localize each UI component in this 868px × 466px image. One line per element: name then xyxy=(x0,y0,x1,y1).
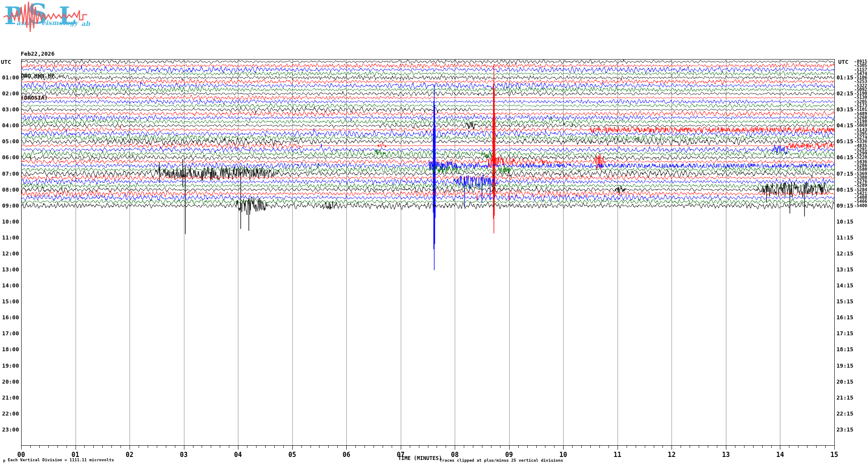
helicorder-screen: P S L atras eismology ab Feb22,2026 DRO … xyxy=(0,0,868,466)
right-time-label: 17:15 xyxy=(836,331,853,337)
minute-tick-label: 05 xyxy=(288,451,296,459)
trace-offset-value: -5101 xyxy=(848,107,867,111)
left-time-label: 02:00 xyxy=(0,91,19,97)
minute-tick-label: 11 xyxy=(614,451,621,459)
right-axis-title: UTC xyxy=(838,59,848,65)
left-time-label: 08:00 xyxy=(0,187,19,193)
header-location: (DROSIA) xyxy=(21,94,65,101)
logo-waveform-icon xyxy=(3,0,88,34)
corner-glyph: μ xyxy=(3,458,5,463)
right-time-label: 21:15 xyxy=(836,395,853,401)
left-time-label: 03:00 xyxy=(0,107,19,113)
trace-offset-value: -5253 xyxy=(848,79,867,83)
left-time-label: 12:00 xyxy=(0,251,19,257)
right-time-label: 11:15 xyxy=(836,235,853,241)
left-time-label: 15:00 xyxy=(0,299,19,305)
left-time-label: 20:00 xyxy=(0,379,19,385)
left-time-label: 05:00 xyxy=(0,139,19,145)
left-time-label: 19:00 xyxy=(0,363,19,369)
left-time-label: 23:00 xyxy=(0,427,19,433)
minute-tick-label: 02 xyxy=(126,451,133,459)
x-axis-label: TIME (MINUTES) xyxy=(398,455,442,461)
header: Feb22,2026 DRO HHN HP -- (DROSIA) xyxy=(21,35,65,116)
right-time-label: 12:15 xyxy=(836,251,853,257)
left-time-label: 14:00 xyxy=(0,283,19,289)
left-time-label: 18:00 xyxy=(0,346,19,353)
trace-offset-value: -5289 xyxy=(848,183,867,187)
left-time-label: 22:00 xyxy=(0,411,19,417)
left-time-label: 21:00 xyxy=(0,395,19,401)
right-time-label: 13:15 xyxy=(836,267,853,273)
left-time-label: 17:00 xyxy=(0,331,19,337)
right-time-label: 22:15 xyxy=(836,411,853,417)
right-time-label: 23:15 xyxy=(836,427,853,433)
minute-tick-label: 04 xyxy=(234,451,242,459)
left-axis-title: UTC xyxy=(1,59,11,65)
minute-tick-label: 15 xyxy=(830,451,838,459)
left-time-label: 10:00 xyxy=(0,219,19,225)
left-time-label: 11:00 xyxy=(0,235,19,241)
psl-logo: P S L atras eismology ab xyxy=(3,0,88,34)
left-time-label: 01:00 xyxy=(0,75,19,81)
trace-offset-value: -5400 xyxy=(848,204,867,208)
right-time-label: 15:15 xyxy=(836,299,853,305)
seismogram-plot xyxy=(0,0,868,466)
left-time-label: 09:00 xyxy=(0,203,19,209)
trace-offset-value: -5305 xyxy=(848,63,867,67)
right-time-label: 18:15 xyxy=(836,346,853,353)
left-time-label: 06:00 xyxy=(0,154,19,161)
header-station: DRO HHN HP -- xyxy=(21,72,65,79)
left-time-label: 04:00 xyxy=(0,123,19,129)
right-time-label: 20:15 xyxy=(836,379,853,385)
left-time-label: 13:00 xyxy=(0,267,19,273)
trace-offset-value: -5580 xyxy=(848,167,867,171)
right-time-label: 19:15 xyxy=(836,363,853,369)
left-time-label: 07:00 xyxy=(0,171,19,177)
minute-tick-label: 06 xyxy=(342,451,350,459)
scale-note: Each Vertical Division = 1111.11 microvo… xyxy=(8,457,114,462)
minute-tick-label: 12 xyxy=(668,451,675,459)
left-time-label: 16:00 xyxy=(0,315,19,321)
header-date: Feb22,2026 xyxy=(21,50,65,57)
right-time-label: 10:15 xyxy=(836,219,853,225)
minute-tick-label: 13 xyxy=(722,451,730,459)
right-time-label: 14:15 xyxy=(836,283,853,289)
clip-note: Traces clipped at plus/minus 25 vertical… xyxy=(440,458,563,463)
trace-offset-value: -5069 xyxy=(848,123,867,127)
right-time-label: 16:15 xyxy=(836,315,853,321)
minute-tick-label: 03 xyxy=(180,451,188,459)
minute-tick-label: 14 xyxy=(776,451,784,459)
